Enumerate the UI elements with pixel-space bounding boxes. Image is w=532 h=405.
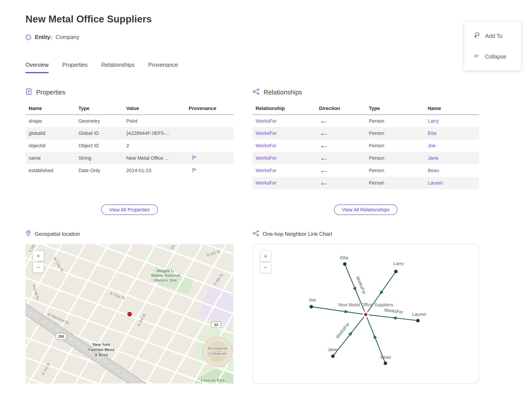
link-chart-section-title: One-hop Neighbor Link Chart bbox=[253, 231, 479, 237]
svg-text:New Metal Office Suppliers: New Metal Office Suppliers bbox=[338, 302, 393, 307]
entity-link[interactable]: Beau bbox=[428, 168, 439, 173]
prop-name: name bbox=[26, 152, 75, 164]
prop-value: 2 bbox=[123, 140, 186, 152]
direction-arrow-icon: ← bbox=[319, 130, 329, 137]
entity-value: Company bbox=[56, 34, 79, 40]
svg-text:WorksFor: WorksFor bbox=[355, 276, 367, 295]
relationship-link[interactable]: WorksFor bbox=[256, 118, 277, 124]
tab-bar: Overview Properties Relationships Proven… bbox=[26, 62, 532, 73]
col-direction: Direction bbox=[316, 103, 366, 115]
svg-text:Coliseum: Coliseum bbox=[209, 351, 226, 356]
property-row: name String New Metal Office ... bbox=[26, 152, 233, 164]
relationship-link[interactable]: WorksFor bbox=[256, 143, 277, 148]
prop-type: String bbox=[75, 152, 123, 164]
properties-section-title: Properties bbox=[26, 87, 233, 98]
properties-table: Name Type Value Provenance shape Geometr… bbox=[26, 103, 233, 177]
relationship-type: Person bbox=[366, 152, 425, 164]
entity-link[interactable]: Lauren bbox=[428, 180, 443, 186]
chart-zoom-in-button[interactable]: + bbox=[260, 251, 271, 261]
relationship-row: WorksFor ← Person Joe bbox=[253, 140, 479, 152]
link-chart-svg: WorksForWorksForWorksForEttaLarryJoeLaur… bbox=[253, 244, 479, 383]
col-type: Type bbox=[75, 103, 123, 115]
provenance-flag-icon[interactable] bbox=[191, 169, 197, 174]
actions-card: Add To Collapse bbox=[464, 22, 521, 70]
entity-label: Entity: bbox=[35, 34, 52, 40]
view-all-relationships-button[interactable]: View All Relationships bbox=[334, 204, 398, 215]
route-shield-33: 33 bbox=[212, 322, 221, 328]
relationship-type: Person bbox=[366, 164, 425, 177]
entity-link[interactable]: Jane bbox=[428, 155, 439, 161]
prop-provenance bbox=[186, 115, 233, 127]
col-name: Name bbox=[26, 103, 75, 115]
tab-relationships[interactable]: Relationships bbox=[101, 62, 134, 73]
entity-link[interactable]: Joe bbox=[428, 143, 436, 148]
svg-text:Fashion Mens: Fashion Mens bbox=[88, 348, 114, 352]
svg-text:Larry: Larry bbox=[393, 261, 404, 266]
relationship-type: Person bbox=[366, 127, 425, 140]
relationship-link[interactable]: WorksFor bbox=[256, 168, 277, 173]
relationships-title-text: Relationships bbox=[264, 89, 302, 96]
relationship-link[interactable]: WorksFor bbox=[256, 180, 277, 186]
view-all-properties-button[interactable]: View All Properties bbox=[101, 204, 158, 215]
prop-type: Geometry bbox=[75, 115, 123, 127]
left-column: Properties Name Type Value Provenance bbox=[26, 87, 233, 384]
relationship-row: WorksFor ← Person Lauren bbox=[253, 177, 479, 189]
collapse-button[interactable]: Collapse bbox=[473, 53, 521, 60]
prop-name: established bbox=[26, 164, 75, 177]
prop-value: New Metal Office ... bbox=[123, 152, 186, 164]
add-to-button[interactable]: Add To bbox=[473, 32, 521, 40]
svg-text:Walker National: Walker National bbox=[151, 273, 180, 278]
tab-properties[interactable]: Properties bbox=[62, 62, 87, 73]
add-to-icon bbox=[473, 32, 480, 40]
chart-zoom-control: + − bbox=[260, 251, 271, 273]
map-zoom-out-button[interactable]: − bbox=[33, 262, 44, 273]
content-grid: Properties Name Type Value Provenance bbox=[26, 87, 532, 384]
geospatial-title-text: Geospatial location bbox=[35, 231, 80, 237]
chevrons-right-icon bbox=[473, 53, 479, 60]
properties-icon bbox=[26, 88, 32, 97]
entity-type-icon bbox=[26, 34, 31, 40]
entity-link[interactable]: Etta bbox=[428, 130, 436, 136]
link-chart-canvas[interactable]: WorksForWorksForWorksForEttaLarryJoeLaur… bbox=[253, 244, 479, 384]
tab-provenance[interactable]: Provenance bbox=[148, 62, 178, 73]
prop-type: Date Only bbox=[75, 164, 123, 177]
chart-zoom-out-button[interactable]: − bbox=[260, 263, 271, 273]
prop-value: {A228944F-0EF5-... bbox=[123, 127, 186, 140]
direction-arrow-icon: ← bbox=[319, 142, 329, 149]
svg-text:Beau: Beau bbox=[380, 354, 391, 359]
tab-overview[interactable]: Overview bbox=[26, 62, 48, 73]
prop-type: Global ID bbox=[75, 127, 123, 140]
svg-text:Maggie L.: Maggie L. bbox=[157, 269, 174, 273]
entity-row: Entity: Company bbox=[26, 34, 532, 40]
property-row: globalid Global ID {A228944F-0EF5-... bbox=[26, 127, 233, 140]
prop-value: Point bbox=[123, 115, 186, 127]
svg-text:Richmond: Richmond bbox=[208, 346, 227, 351]
prop-name: objectid bbox=[26, 140, 75, 152]
geospatial-section-title: Geospatial location bbox=[26, 231, 233, 237]
svg-text:WorksFor: WorksFor bbox=[384, 307, 403, 315]
prop-value: 2014-01-23 bbox=[123, 164, 186, 177]
direction-arrow-icon: ← bbox=[319, 167, 329, 174]
svg-text:& Boys: & Boys bbox=[95, 353, 108, 357]
map-canvas[interactable]: 250 33 k Rd W Clay St arshall St W Marsh… bbox=[26, 244, 233, 384]
relationship-type: Person bbox=[366, 140, 425, 152]
relationship-type: Person bbox=[366, 177, 425, 189]
svg-text:Etta: Etta bbox=[340, 255, 348, 260]
route-shield-250: 250 bbox=[55, 333, 67, 340]
relationships-icon bbox=[253, 88, 259, 96]
prop-provenance bbox=[186, 127, 233, 140]
col-value: Value bbox=[123, 103, 186, 115]
col-provenance: Provenance bbox=[186, 103, 233, 115]
relationship-type: Person bbox=[366, 115, 425, 127]
entity-link[interactable]: Larry bbox=[428, 118, 439, 124]
map-svg: 250 33 k Rd W Clay St arshall St W Marsh… bbox=[26, 244, 233, 384]
provenance-flag-icon[interactable] bbox=[191, 156, 197, 162]
svg-text:Historic Site: Historic Site bbox=[154, 278, 177, 283]
relationship-link[interactable]: WorksFor bbox=[256, 130, 277, 136]
relationship-row: WorksFor ← Person Beau bbox=[253, 164, 479, 177]
prop-name: globalid bbox=[26, 127, 75, 140]
map-zoom-in-button[interactable]: + bbox=[33, 251, 44, 261]
page-title: New Metal Office Suppliers bbox=[26, 14, 532, 25]
relationship-link[interactable]: WorksFor bbox=[256, 155, 277, 161]
relationships-table-wrap: Relationship Direction Type Name WorksFo… bbox=[253, 103, 479, 204]
